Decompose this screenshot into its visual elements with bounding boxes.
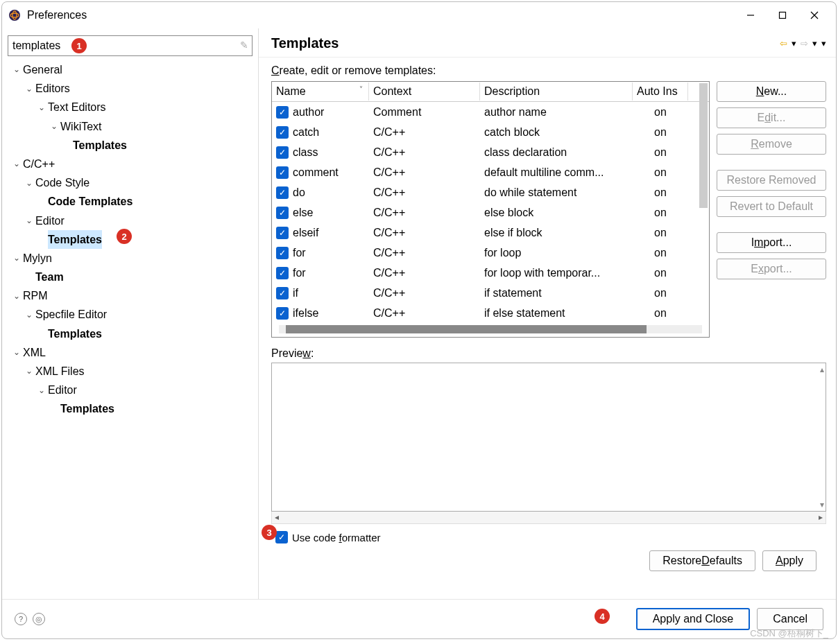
col-description[interactable]: Description <box>480 82 633 101</box>
use-formatter-checkbox[interactable]: ✓ <box>275 531 288 543</box>
tree-label[interactable]: Editor <box>48 381 77 399</box>
table-row[interactable]: ✓commentC/C++default multiline comm...on <box>272 162 709 182</box>
tree-label[interactable]: Code Templates <box>48 192 132 211</box>
revert-to-default-button[interactable]: Revert to Default <box>717 196 826 217</box>
tree-item[interactable]: Code Templates <box>8 192 253 211</box>
page-menu-icon[interactable]: ▾ <box>821 38 826 49</box>
import-button[interactable]: Import... <box>717 232 826 253</box>
table-row[interactable]: ✓catchC/C++catch blockon <box>272 122 709 142</box>
back-icon[interactable]: ⇦ <box>780 38 787 49</box>
template-checkbox[interactable]: ✓ <box>276 307 289 320</box>
table-horizontal-scrollbar[interactable] <box>279 325 702 333</box>
tree-item[interactable]: ⌄XML Files <box>8 362 253 381</box>
preview-scroll-up-icon[interactable]: ▴ <box>820 365 824 374</box>
template-checkbox[interactable]: ✓ <box>276 146 289 159</box>
table-row[interactable]: ✓doC/C++do while statementon <box>272 182 709 202</box>
tree-label[interactable]: XML Files <box>35 362 85 381</box>
preview-scroll-left-icon[interactable]: ◂ <box>275 512 279 522</box>
new-button[interactable]: New... <box>717 81 826 102</box>
maximize-button[interactable] <box>767 4 798 26</box>
chevron-down-icon[interactable]: ⌄ <box>35 383 48 397</box>
chevron-down-icon[interactable]: ⌄ <box>23 364 35 378</box>
tree-item[interactable]: ⌄Mylyn <box>8 249 253 268</box>
edit-button[interactable]: Edit... <box>717 107 826 128</box>
chevron-down-icon[interactable]: ⌄ <box>48 119 60 133</box>
export-button[interactable]: Export... <box>717 259 826 279</box>
chevron-down-icon[interactable]: ⌄ <box>35 101 48 114</box>
tree-item[interactable]: Templates <box>8 399 253 418</box>
table-scroll-thumb[interactable] <box>286 325 647 333</box>
template-checkbox[interactable]: ✓ <box>276 227 289 239</box>
tree-label[interactable]: Templates <box>48 230 102 249</box>
col-context[interactable]: Context <box>369 82 480 101</box>
chevron-down-icon[interactable]: ⌄ <box>10 289 23 303</box>
tree-label[interactable]: Team <box>35 268 64 286</box>
apply-button[interactable]: Apply <box>762 550 816 571</box>
tree-item[interactable]: ⌄WikiText <box>8 117 253 136</box>
tree-label[interactable]: Editor <box>35 211 65 230</box>
help-icon[interactable]: ? <box>15 613 27 625</box>
tree-item[interactable]: ⌄Editor <box>8 211 253 230</box>
tree-item[interactable]: Templates <box>8 136 253 155</box>
template-checkbox[interactable]: ✓ <box>276 287 289 299</box>
tree-item[interactable]: ⌄Code Style <box>8 173 253 192</box>
table-vertical-scrollbar[interactable] <box>699 83 708 208</box>
restore-removed-button[interactable]: Restore Removed <box>717 170 826 191</box>
table-row[interactable]: ✓elseifC/C++else if blockon <box>272 223 709 243</box>
chevron-down-icon[interactable]: ⌄ <box>23 82 35 96</box>
filter-input[interactable] <box>8 35 253 56</box>
chevron-down-icon[interactable]: ⌄ <box>10 251 23 265</box>
tree-item[interactable]: Team <box>8 268 253 286</box>
chevron-down-icon[interactable]: ⌄ <box>23 308 35 322</box>
table-row[interactable]: ✓elseC/C++else blockon <box>272 202 709 223</box>
template-checkbox[interactable]: ✓ <box>276 106 289 119</box>
back-menu-icon[interactable]: ▾ <box>792 38 796 49</box>
table-row[interactable]: ✓ifC/C++if statementon <box>272 283 709 303</box>
tree-label[interactable]: Mylyn <box>23 249 52 268</box>
forward-menu-icon[interactable]: ▾ <box>812 38 817 49</box>
template-checkbox[interactable]: ✓ <box>276 267 289 279</box>
preview-area[interactable]: ▴ ▾ <box>271 363 826 512</box>
tree-item[interactable]: ⌄Specfile Editor <box>8 305 253 324</box>
table-row[interactable]: ✓forC/C++for loop with temporar...on <box>272 263 709 283</box>
preview-scroll-down-icon[interactable]: ▾ <box>820 500 824 510</box>
preview-scroll-right-icon[interactable]: ▸ <box>819 512 823 522</box>
table-row[interactable]: ✓forC/C++for loopon <box>272 243 709 263</box>
tree-label[interactable]: C/C++ <box>23 155 55 173</box>
tree-label[interactable]: Editors <box>35 79 70 98</box>
forward-icon[interactable]: ⇨ <box>801 38 808 49</box>
tree-label[interactable]: Specfile Editor <box>35 305 107 324</box>
chevron-down-icon[interactable]: ⌄ <box>23 176 35 190</box>
template-checkbox[interactable]: ✓ <box>276 207 289 219</box>
templates-table[interactable]: Name˅ Context Description Auto Ins ✓auth… <box>271 81 710 338</box>
apply-and-close-button[interactable]: Apply and Close <box>636 608 751 630</box>
table-row[interactable]: ✓authorCommentauthor nameon <box>272 102 709 122</box>
tree-item[interactable]: ⌄General <box>8 60 253 79</box>
tree-label[interactable]: Templates <box>73 136 127 155</box>
restore-defaults-button[interactable]: Restore Defaults <box>649 550 755 571</box>
chevron-down-icon[interactable]: ⌄ <box>23 214 35 227</box>
tree-item[interactable]: ⌄Editor <box>8 381 253 399</box>
clear-filter-icon[interactable]: ✎ <box>240 40 248 51</box>
template-checkbox[interactable]: ✓ <box>276 247 289 259</box>
chevron-down-icon[interactable]: ⌄ <box>10 345 23 359</box>
table-row[interactable]: ✓ifelseC/C++if else statementon <box>272 303 709 323</box>
minimize-button[interactable] <box>735 4 767 26</box>
tree-label[interactable]: Text Editors <box>48 98 106 116</box>
tree-label[interactable]: WikiText <box>60 117 102 136</box>
col-auto-insert[interactable]: Auto Ins <box>633 82 688 101</box>
export-prefs-icon[interactable]: ◎ <box>33 613 45 625</box>
tree-label[interactable]: RPM <box>23 286 48 305</box>
tree-label[interactable]: General <box>23 60 62 79</box>
tree-item[interactable]: ⌄C/C++ <box>8 155 253 173</box>
template-checkbox[interactable]: ✓ <box>276 186 289 199</box>
template-checkbox[interactable]: ✓ <box>276 126 289 139</box>
tree-item[interactable]: Templates <box>8 324 253 343</box>
close-button[interactable] <box>798 4 830 26</box>
tree-label[interactable]: Code Style <box>35 173 89 192</box>
table-row[interactable]: ✓classC/C++class declarationon <box>272 142 709 162</box>
tree-label[interactable]: Templates <box>48 324 102 343</box>
tree-item[interactable]: ⌄Editors <box>8 79 253 98</box>
tree-label[interactable]: XML <box>23 343 46 362</box>
chevron-down-icon[interactable]: ⌄ <box>10 157 23 171</box>
